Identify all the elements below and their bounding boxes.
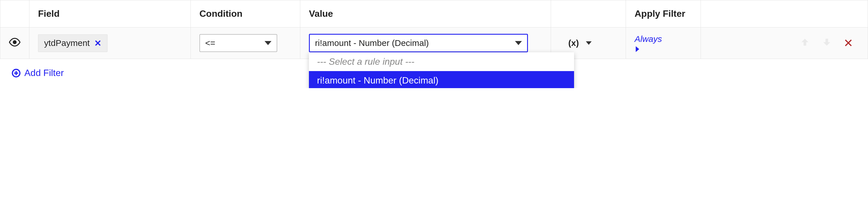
- apply-filter-link[interactable]: Always: [634, 34, 692, 52]
- condition-value: <=: [205, 38, 215, 48]
- dropdown-placeholder[interactable]: --- Select a rule input ---: [309, 52, 574, 71]
- plus-circle-icon: [12, 69, 21, 77]
- header-field: Field: [29, 0, 191, 27]
- value-selected: ri!amount - Number (Decimal): [315, 38, 429, 48]
- move-down-icon[interactable]: [822, 37, 832, 49]
- caret-right-icon: [636, 46, 639, 52]
- visibility-cell: [0, 27, 29, 59]
- header-condition: Condition: [191, 0, 300, 27]
- apply-filter-label: Always: [634, 34, 692, 44]
- field-chip-remove-icon[interactable]: ✕: [94, 38, 101, 48]
- expression-toggle[interactable]: (x): [568, 38, 592, 48]
- field-chip[interactable]: ytdPayment ✕: [38, 34, 107, 52]
- condition-cell: <=: [191, 27, 300, 59]
- filters-table: Field Condition Value Apply Filter: [0, 0, 868, 88]
- add-filter-button[interactable]: Add Filter: [12, 68, 64, 78]
- apply-filter-cell: Always: [626, 27, 701, 59]
- visibility-icon[interactable]: [9, 36, 21, 48]
- delete-row-icon[interactable]: ✕: [843, 36, 853, 50]
- chevron-down-icon: [515, 41, 522, 45]
- svg-point-0: [13, 41, 16, 44]
- add-filter-label: Add Filter: [25, 68, 64, 78]
- move-up-icon[interactable]: [800, 37, 810, 49]
- field-cell: ytdPayment ✕: [29, 27, 191, 59]
- field-chip-label: ytdPayment: [44, 38, 90, 48]
- header-apply-filter: Apply Filter: [626, 0, 701, 27]
- chevron-down-icon: [265, 41, 272, 45]
- actions-cell: ✕: [701, 27, 868, 59]
- filter-row: ytdPayment ✕ <= ri!amount - Number (Deci…: [0, 27, 868, 59]
- chevron-down-icon: [586, 41, 592, 45]
- value-select[interactable]: ri!amount - Number (Decimal): [309, 34, 528, 52]
- dropdown-option[interactable]: ri!amount - Number (Decimal): [309, 71, 574, 88]
- header-value: Value: [300, 0, 551, 27]
- header-row: Field Condition Value Apply Filter: [0, 0, 868, 27]
- header-expr: [551, 0, 626, 27]
- expression-label: (x): [568, 38, 579, 48]
- header-actions: [701, 0, 868, 27]
- condition-select[interactable]: <=: [199, 34, 277, 52]
- value-cell: ri!amount - Number (Decimal) --- Select …: [300, 27, 551, 59]
- header-visibility: [0, 0, 29, 27]
- value-dropdown: --- Select a rule input --- ri!amount - …: [309, 52, 574, 88]
